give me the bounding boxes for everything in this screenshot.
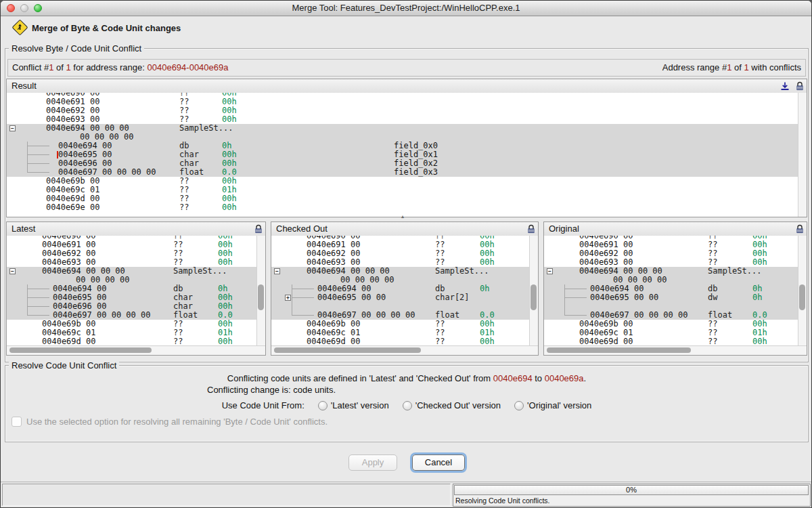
- mnemonic: SampleSt...: [179, 124, 233, 133]
- listing-row[interactable]: −0040e694 00 00 00SampleSt...: [544, 267, 798, 276]
- mnemonic: SampleSt...: [173, 267, 227, 276]
- listing-row[interactable]: 0040e69e 00??00h: [7, 203, 798, 212]
- apply-button[interactable]: Apply: [348, 454, 397, 471]
- horizontal-scrollbar[interactable]: [271, 345, 538, 355]
- mnemonic: ??: [179, 203, 189, 212]
- tree-line: [28, 315, 49, 316]
- resolve-group-title: Resolve Code Unit Conflict: [9, 360, 119, 371]
- lock-icon[interactable]: [254, 224, 263, 234]
- tree-line: [564, 302, 565, 311]
- vertical-scrollbar[interactable]: [529, 236, 538, 346]
- banner-message: Merge of Byte & Code Unit changes: [32, 23, 181, 33]
- conflict-description-line1: Conflicting code units are defined in 'L…: [1, 373, 812, 383]
- listing-row[interactable]: 0040e697 00 00 00 00float0.0field_0x3: [7, 168, 798, 177]
- listing-row[interactable]: 0040e69d 00??00h: [7, 194, 798, 203]
- status-message-area: [2, 484, 451, 506]
- vertical-scrollbar[interactable]: [256, 236, 265, 346]
- original-panel-header: Original: [544, 222, 807, 236]
- lock-icon[interactable]: [796, 81, 804, 91]
- progress-bar: 0%: [454, 485, 809, 495]
- splitter-handle[interactable]: ▴: [401, 213, 404, 219]
- tree-line: [292, 289, 314, 289]
- lock-icon[interactable]: [796, 224, 804, 234]
- collapse-toggle-icon[interactable]: −: [274, 268, 280, 274]
- result-listing[interactable]: 0040e690 00??00h0040e691 00??00h0040e692…: [7, 93, 807, 217]
- byte-conflict-group-title: Resolve Byte / Code Unit Conflict: [9, 43, 144, 54]
- vertical-scrollbar[interactable]: [798, 93, 807, 217]
- cancel-button[interactable]: Cancel: [412, 454, 465, 471]
- mnemonic: SampleSt...: [708, 267, 761, 276]
- use-code-unit-label: Use Code Unit From:: [222, 400, 304, 410]
- radio-icon[interactable]: [318, 401, 328, 410]
- download-icon[interactable]: [780, 81, 790, 91]
- address-range-counter: Address range #1 of 1 with conflicts: [662, 60, 801, 76]
- listing-row[interactable]: 0040e69c 01??01h: [7, 186, 798, 194]
- checked-out-panel-title: Checked Out: [276, 224, 328, 234]
- collapse-toggle-icon[interactable]: −: [9, 268, 16, 274]
- tree-line: [28, 163, 49, 164]
- progress-area: 0% Resolving Code Unit conflicts.: [453, 484, 811, 507]
- listing-row[interactable]: 00 00 00 00: [271, 276, 530, 284]
- checked-out-listing[interactable]: 0040e690 00??00h0040e691 00??00h0040e692…: [271, 236, 538, 346]
- minimize-button[interactable]: [20, 4, 28, 12]
- use-for-all-checkbox-row[interactable]: Use the selected option for resolving al…: [12, 417, 328, 427]
- radio-checked-out-version[interactable]: 'Checked Out' version: [403, 400, 501, 410]
- lock-icon[interactable]: [527, 224, 535, 234]
- vertical-scrollbar[interactable]: [798, 236, 807, 346]
- listing-row[interactable]: 0040e69b 00??00h: [7, 177, 798, 186]
- listing-row[interactable]: −0040e694 00 00 00SampleSt...: [271, 267, 530, 276]
- tree-line: [28, 146, 49, 146]
- checkbox-icon[interactable]: [12, 417, 22, 427]
- listing-row[interactable]: 0040e694 00db0h: [271, 284, 530, 293]
- horizontal-scrollbar[interactable]: [7, 345, 265, 355]
- use-for-all-checkbox-label: Use the selected option for resolving al…: [26, 417, 328, 427]
- listing-row[interactable]: 0040e690 00??00h: [7, 93, 798, 98]
- collapse-toggle-icon[interactable]: −: [547, 268, 553, 274]
- tree-line: [565, 289, 587, 289]
- listing-row[interactable]: −0040e694 00 00 00SampleSt...: [7, 267, 257, 276]
- address-bytes: 0040e69e 00: [46, 203, 99, 212]
- checked-out-panel-header: Checked Out: [271, 222, 538, 236]
- tree-line: [28, 172, 49, 173]
- listing-row[interactable]: +0040e695 00 00char[2]: [271, 293, 530, 302]
- operand: 0h: [752, 293, 762, 302]
- result-panel-title: Result: [12, 81, 37, 91]
- listing-row[interactable]: 0040e691 00??00h: [7, 98, 798, 106]
- tree-line: [292, 297, 314, 298]
- progress-percent: 0%: [626, 486, 637, 494]
- latest-panel-header: Latest: [7, 222, 265, 236]
- tree-line: [28, 297, 49, 298]
- horizontal-scrollbar[interactable]: [544, 345, 807, 355]
- conflict-counter-bar: Conflict #1 of 1 for address range: 0040…: [7, 59, 806, 77]
- address-bytes: 0040e695 00 00: [590, 293, 658, 302]
- radio-latest-version[interactable]: 'Latest' version: [318, 400, 389, 410]
- original-panel: Original 0040e690 00??00h0040e691 00??00…: [543, 221, 807, 356]
- listing-row[interactable]: 0040e692 00??00h: [7, 106, 798, 115]
- progress-message: Resolving Code Unit conflicts.: [455, 496, 549, 505]
- collapse-toggle-icon[interactable]: −: [9, 125, 16, 131]
- original-panel-title: Original: [549, 224, 579, 234]
- radio-original-version[interactable]: 'Original' version: [514, 400, 591, 410]
- result-panel: Result 0040e690 00??00h0040e691 00??00h0…: [6, 79, 807, 217]
- listing-row[interactable]: 0040e695 00 00dw0h: [544, 293, 798, 302]
- merge-tool-window: Merge Tool: Features_DevTestProject:/Win…: [0, 0, 812, 508]
- zoom-button[interactable]: [34, 4, 42, 12]
- statusbar-divider: [1, 482, 812, 482]
- radio-icon[interactable]: [403, 401, 412, 410]
- checked-out-panel: Checked Out 0040e690 00??00h0040e691 00?…: [271, 221, 539, 356]
- tree-line: [292, 302, 292, 311]
- conflict-counter: Conflict #1 of 1 for address range: 0040…: [12, 60, 229, 76]
- address-bytes: 0040e695 00 00: [317, 293, 386, 302]
- operand: 00h: [222, 203, 237, 212]
- radio-icon[interactable]: [514, 401, 524, 410]
- code-unit-choice-row: Use Code Unit From: 'Latest' version 'Ch…: [1, 400, 812, 410]
- close-button[interactable]: [7, 4, 15, 12]
- latest-listing[interactable]: 0040e690 00??00h0040e691 00??00h0040e692…: [7, 236, 265, 346]
- original-listing[interactable]: 0040e690 00??00h0040e691 00??00h0040e692…: [544, 236, 807, 346]
- mnemonic: char[2]: [435, 293, 470, 302]
- title-bar[interactable]: Merge Tool: Features_DevTestProject:/Win…: [1, 1, 811, 16]
- mnemonic: SampleSt...: [435, 267, 489, 276]
- latest-panel: Latest 0040e690 00??00h0040e691 00??00h0…: [6, 221, 266, 356]
- expand-toggle-icon[interactable]: +: [285, 295, 291, 301]
- operand: 0h: [480, 284, 489, 293]
